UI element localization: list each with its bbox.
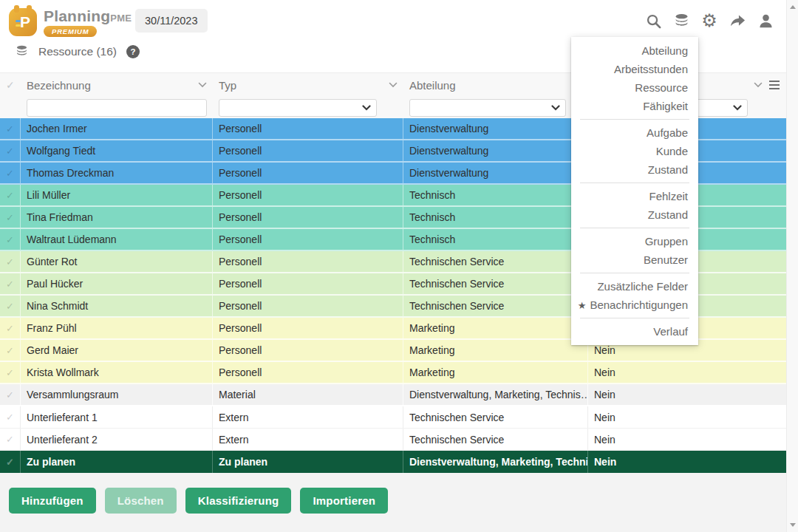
- table-row-unterlieferant-1[interactable]: ✓ Unterlieferant 1 Extern Technischen Se…: [0, 406, 786, 429]
- row-select-cell[interactable]: ✓: [0, 118, 21, 139]
- share-arrow-icon: [729, 13, 746, 30]
- button-importieren[interactable]: Importieren: [300, 488, 388, 514]
- chevron-down-icon[interactable]: [198, 82, 207, 88]
- menu-item-verlauf[interactable]: Verlauf: [571, 322, 698, 341]
- cell-abteilung: Technisch: [403, 229, 588, 250]
- column-label: Typ: [219, 79, 236, 92]
- cell-abteilung: Dienstverwaltung, Marketing, Technis…: [403, 384, 588, 405]
- check-icon: ✓: [6, 345, 14, 356]
- row-select-cell[interactable]: ✓: [0, 185, 21, 205]
- menu-item-zustand[interactable]: Zustand: [571, 205, 698, 224]
- menu-item-faehigkeit[interactable]: Fähigkeit: [571, 97, 698, 115]
- filter-typ-select[interactable]: [219, 99, 377, 117]
- row-select-cell[interactable]: ✓: [0, 207, 21, 228]
- data-menu-button[interactable]: [672, 12, 690, 30]
- menu-item-label: Zustand: [648, 208, 688, 221]
- search-button[interactable]: [644, 12, 662, 30]
- page-title: Ressource (16): [38, 45, 117, 58]
- user-button[interactable]: [757, 12, 774, 30]
- column-label: Bezeichnung: [27, 79, 91, 92]
- row-select-cell[interactable]: ✓: [0, 273, 21, 294]
- date-display[interactable]: 30/11/2023: [135, 9, 208, 33]
- cell-abteilung: Technischen Service: [403, 273, 588, 294]
- planningpme-logo-icon: P: [9, 8, 37, 36]
- row-select-cell[interactable]: ✓: [0, 296, 21, 316]
- menu-item-label: Abteilung: [641, 44, 688, 57]
- table-row-zu-planen[interactable]: ✓ Zu planen Zu planen Dienstverwaltung, …: [0, 451, 786, 473]
- menu-item-kunde[interactable]: Kunde: [571, 142, 698, 160]
- row-select-cell[interactable]: ✓: [0, 140, 21, 161]
- menu-item-gruppen[interactable]: Gruppen: [571, 232, 698, 250]
- cell-typ: Extern: [213, 429, 403, 450]
- row-select-cell[interactable]: ✓: [0, 406, 21, 428]
- filter-bezeichnung-input[interactable]: [27, 99, 207, 117]
- table-row-versammlungsraum[interactable]: ✓ Versammlungsraum Material Dienstverwal…: [0, 384, 786, 406]
- scroll-up-arrow-icon[interactable]: [790, 5, 796, 9]
- vertical-scrollbar[interactable]: [786, 0, 798, 532]
- check-icon: ✓: [6, 412, 14, 423]
- filter-abteilung-select[interactable]: [409, 99, 566, 117]
- row-select-cell[interactable]: ✓: [0, 251, 21, 272]
- menu-item-zustand[interactable]: Zustand: [571, 160, 698, 179]
- cell-abteilung: Technisch: [403, 185, 588, 205]
- check-icon: ✓: [6, 457, 14, 468]
- column-header-typ[interactable]: Typ: [213, 73, 403, 97]
- cell-column4: Nein: [588, 384, 786, 405]
- topbar-icon-group: ⚙: [644, 12, 774, 30]
- cell-bezeichnung: Versammlungsraum: [21, 384, 213, 405]
- check-icon: ✓: [6, 367, 14, 378]
- brand-suffix: PME: [110, 13, 132, 24]
- menu-item-fehlzeit[interactable]: Fehlzeit: [571, 187, 698, 205]
- check-icon: ✓: [6, 79, 15, 91]
- menu-item-arbeitsstunden[interactable]: Arbeitsstunden: [571, 60, 698, 78]
- search-icon: [645, 13, 662, 30]
- settings-button[interactable]: ⚙: [700, 12, 718, 30]
- cell-bezeichnung: Waltraut Lüdemann: [21, 229, 213, 250]
- menu-item-zusaetzliche-felder[interactable]: Zusätzliche Felder: [571, 277, 698, 296]
- row-select-cell[interactable]: ✓: [0, 229, 21, 250]
- row-select-cell[interactable]: ✓: [0, 340, 21, 361]
- menu-item-benachrichtigungen[interactable]: ★Benachrichtigungen: [571, 296, 698, 314]
- column-header-abteilung[interactable]: Abteilung: [403, 73, 588, 97]
- cell-typ: Personell: [213, 207, 403, 228]
- row-select-cell[interactable]: ✓: [0, 429, 21, 450]
- help-button[interactable]: ?: [126, 45, 140, 58]
- check-icon: ✓: [6, 323, 14, 334]
- menu-item-label: Ressource: [635, 81, 688, 94]
- table-row-krista-wollmark[interactable]: ✓ Krista Wollmark Personell Marketing Ne…: [0, 362, 786, 384]
- cell-typ: Material: [213, 384, 403, 405]
- scroll-down-arrow-icon[interactable]: [790, 523, 796, 527]
- cell-typ: Zu planen: [213, 451, 403, 473]
- menu-item-ressource[interactable]: Ressource: [571, 78, 698, 97]
- row-select-cell[interactable]: ✓: [0, 362, 21, 383]
- menu-item-label: Fehlzeit: [649, 190, 688, 202]
- cell-column4: Nein: [588, 362, 786, 383]
- row-select-cell[interactable]: ✓: [0, 451, 21, 473]
- row-select-cell[interactable]: ✓: [0, 163, 21, 183]
- cell-bezeichnung: Thomas Dreckman: [21, 163, 213, 183]
- brand-wordmark: PlanningPME: [44, 8, 132, 24]
- cell-bezeichnung: Lili Müller: [21, 185, 213, 205]
- menu-item-benutzer[interactable]: Benutzer: [571, 250, 698, 269]
- select-all-header-cell[interactable]: ✓: [0, 73, 21, 97]
- menu-item-label: Kunde: [656, 145, 688, 157]
- chevron-down-icon[interactable]: [754, 82, 763, 88]
- cell-abteilung: Technischen Service: [403, 296, 588, 316]
- column-header-bezeichnung[interactable]: Bezeichnung: [21, 73, 213, 97]
- button-loeschen[interactable]: Löschen: [105, 488, 177, 514]
- cell-abteilung: Marketing: [403, 340, 588, 361]
- cell-bezeichnung: Nina Schmidt: [21, 296, 213, 316]
- button-hinzufuegen[interactable]: Hinzufügen: [9, 488, 96, 514]
- row-select-cell[interactable]: ✓: [0, 384, 21, 405]
- cell-typ: Personell: [213, 140, 403, 161]
- share-button[interactable]: [729, 12, 746, 30]
- table-row-unterlieferant-2[interactable]: ✓ Unterlieferant 2 Extern Technischen Se…: [0, 429, 786, 451]
- menu-item-abteilung[interactable]: Abteilung: [571, 41, 698, 60]
- cell-typ: Personell: [213, 362, 403, 383]
- row-select-cell[interactable]: ✓: [0, 318, 21, 338]
- button-klassifizierung[interactable]: Klassifizierung: [185, 488, 292, 514]
- column-menu-icon[interactable]: [768, 80, 780, 90]
- chevron-down-icon[interactable]: [389, 82, 398, 88]
- menu-item-aufgabe[interactable]: Aufgabe: [571, 123, 698, 142]
- brand-logo[interactable]: P PlanningPME PREMIUM: [9, 5, 132, 37]
